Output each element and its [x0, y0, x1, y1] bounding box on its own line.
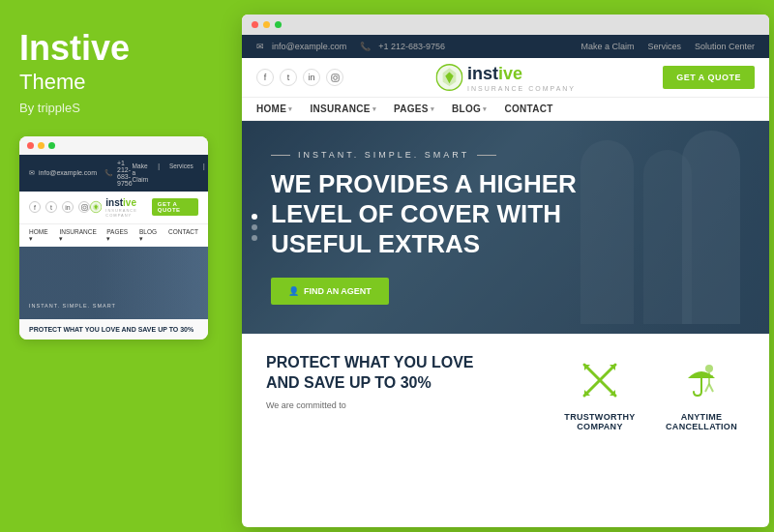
svg-line-17 [705, 384, 709, 392]
hero-dot-2[interactable] [252, 224, 257, 230]
nav-insurance[interactable]: INSURANCE ▾ [311, 103, 376, 114]
nav-pages[interactable]: PAGES ▾ [394, 103, 434, 114]
preview-facebook-icon[interactable]: f [29, 201, 41, 213]
browser-bottom-section: PROTECT WHAT YOU LOVE AND SAVE UP TO 30%… [242, 334, 769, 454]
nav-home-chevron: ▾ [288, 105, 292, 113]
find-agent-button[interactable]: 👤 FIND AN AGENT [271, 278, 389, 305]
cancellation-icon-wrap [675, 353, 729, 406]
preview-hero: INSTANT. SIMPLE. SMART [19, 247, 208, 319]
svg-line-18 [709, 384, 713, 392]
feature-cancellation: ANYTIMECANCELLATION [658, 353, 745, 434]
preview-menu: HOME ▾ INSURANCE ▾ PAGES ▾ BLOG ▾ CONTAC… [19, 223, 208, 247]
nav-pages-label: PAGES [394, 103, 429, 114]
services-link[interactable]: Services [647, 42, 681, 51]
browser-logo: instive INSURANCE COMPANY [435, 64, 576, 92]
trustworthy-label: TRUSTWORTHYCOMPANY [556, 412, 643, 431]
preview-services-link[interactable]: | [158, 163, 160, 183]
preview-instagram-icon[interactable] [78, 201, 90, 213]
preview-social-icons: f t in [29, 201, 90, 213]
preview-logo-text: instive [105, 197, 151, 208]
preview-titlebar [19, 136, 208, 155]
preview-bottom: PROTECT WHAT YOU LOVE AND SAVE UP TO 30% [19, 319, 208, 340]
instagram-icon[interactable] [326, 69, 343, 86]
svg-point-5 [333, 75, 337, 79]
bottom-features: TRUSTWORTHYCOMPANY [536, 353, 745, 434]
preview-phone-icon: 📞 [104, 169, 113, 177]
preview-bottom-left: PROTECT WHAT YOU LOVE AND SAVE UP TO 30% [29, 325, 198, 334]
preview-header-row: f t in instive INSURANCE COMPANY [19, 192, 208, 223]
twitter-icon[interactable]: t [280, 69, 297, 86]
feature-trustworthy: TRUSTWORTHYCOMPANY [556, 353, 643, 434]
claim-link[interactable]: Make a Claim [580, 42, 634, 51]
hero-dot-3[interactable] [252, 235, 257, 241]
bottom-title-line2: AND SAVE UP TO 30% [266, 374, 432, 391]
bottom-desc: We are committed to [266, 399, 517, 413]
bottom-left-content: PROTECT WHAT YOU LOVE AND SAVE UP TO 30%… [266, 353, 517, 412]
hero-title: WE PROVIDES A HIGHER LEVEL OF COVER WITH… [271, 169, 580, 260]
hero-title-line2: LEVEL OF COVER WITH [271, 199, 561, 228]
browser-logo-sub: INSURANCE COMPANY [467, 85, 576, 92]
svg-point-1 [83, 206, 86, 209]
find-agent-icon: 👤 [288, 286, 299, 296]
preview-contact-info: ✉ info@example.com 📞 +1 212-683-9756 [29, 160, 133, 187]
cancellation-label: ANYTIMECANCELLATION [658, 412, 745, 431]
browser-contact-info: ✉ info@example.com 📞 +1 212-683-9756 [256, 42, 445, 51]
preview-nav-blog[interactable]: BLOG ▾ [139, 228, 161, 243]
dot-green [48, 142, 55, 149]
theme-subtitle: Theme [19, 70, 208, 95]
preview-nav-home[interactable]: HOME ▾ [29, 228, 51, 243]
svg-rect-4 [331, 74, 339, 81]
preview-linkedin-icon[interactable]: in [62, 201, 74, 213]
nav-contact[interactable]: CONTACT [504, 103, 552, 114]
left-panel: Instive Theme By trippleS ✉ info@example… [0, 0, 227, 532]
svg-point-2 [85, 205, 86, 206]
find-agent-label: FIND AN AGENT [304, 286, 372, 296]
preview-solution-sep: | [203, 163, 205, 183]
nav-contact-label: CONTACT [504, 103, 552, 114]
facebook-icon[interactable]: f [256, 69, 274, 86]
preview-twitter-icon[interactable]: t [45, 201, 57, 213]
preview-services[interactable]: Services [169, 163, 194, 183]
nav-home[interactable]: HOME ▾ [256, 103, 293, 114]
hero-content: INSTANT. SIMPLE. SMART WE PROVIDES A HIG… [242, 121, 769, 334]
nav-blog[interactable]: BLOG ▾ [452, 103, 487, 114]
hero-dot-1[interactable] [252, 214, 257, 220]
preview-bottom-title: PROTECT WHAT YOU LOVE AND SAVE UP TO 30% [29, 325, 198, 334]
preview-nav-pages[interactable]: PAGES ▾ [106, 228, 132, 243]
browser-titlebar [242, 15, 769, 35]
bottom-title-line1: PROTECT WHAT YOU LOVE [266, 354, 474, 370]
solution-link[interactable]: Solution Center [695, 42, 755, 51]
svg-point-6 [337, 75, 338, 76]
browser-dot-yellow [263, 21, 270, 28]
browser-logo-text: instive [467, 64, 576, 84]
nav-blog-chevron: ▾ [483, 105, 487, 113]
dot-yellow [38, 142, 45, 149]
preview-nav-insurance[interactable]: INSURANCE ▾ [59, 228, 99, 243]
preview-nav-contact[interactable]: CONTACT [168, 228, 198, 243]
cancellation-icon [676, 355, 727, 405]
hero-tagline: INSTANT. SIMPLE. SMART [271, 150, 740, 160]
preview-phone: +1 212-683-9756 [117, 160, 133, 187]
nav-pages-chevron: ▾ [431, 105, 434, 113]
preview-top-nav: ✉ info@example.com 📞 +1 212-683-9756 Mak… [19, 155, 208, 192]
get-quote-button[interactable]: GET A QUOTE [663, 66, 755, 89]
preview-hero-subtitle: INSTANT. SIMPLE. SMART [29, 303, 116, 310]
preview-email: info@example.com [39, 169, 97, 176]
linkedin-icon[interactable]: in [303, 69, 320, 86]
nav-blog-label: BLOG [452, 103, 481, 114]
browser-top-nav: ✉ info@example.com 📞 +1 212-683-9756 Mak… [242, 35, 769, 58]
browser-social-icons: f t in [256, 69, 343, 86]
email-icon: ✉ [256, 42, 264, 51]
phone-text: +1 212-683-9756 [378, 42, 445, 51]
preview-email-icon: ✉ [29, 169, 35, 177]
browser-dot-red [252, 21, 258, 28]
preview-nav-links: Make a Claim | Services | Solution Cente… [133, 163, 208, 183]
preview-hero-text: INSTANT. SIMPLE. SMART [29, 303, 116, 312]
preview-cta-button[interactable]: GET A QUOTE [152, 198, 198, 216]
theme-author: By trippleS [19, 101, 208, 115]
browser-navbar: HOME ▾ INSURANCE ▾ PAGES ▾ BLOG ▾ CONTAC… [242, 98, 769, 121]
browser-header: f t in instive INSURANCE COMPANY GET A Q… [242, 58, 769, 98]
phone-icon: 📞 [360, 42, 371, 51]
browser-top-nav-links: Make a Claim Services Solution Center [580, 42, 755, 51]
preview-claim-link[interactable]: Make a Claim [133, 163, 149, 183]
